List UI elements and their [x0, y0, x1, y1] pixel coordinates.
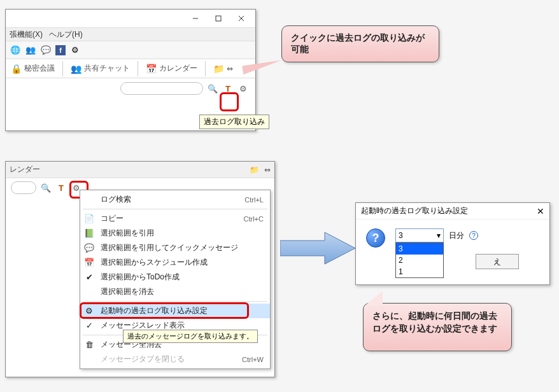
svg-rect-1: [216, 16, 221, 21]
share-icon: 👥: [71, 64, 81, 74]
dialog-titlebar: 起動時の過去ログ取り込み設定 ✕: [356, 203, 549, 220]
people-icon[interactable]: 👥: [25, 45, 36, 56]
toolbar-secret-meeting[interactable]: 🔒秘密会議: [6, 63, 60, 74]
window-contextmenu-sample: レンダー 📁 ⇔ 🔍 T ⚙ ログ検索Ctrl+L📄コピーCtrl+C📗選択範囲…: [5, 161, 275, 377]
close-button[interactable]: [230, 11, 253, 25]
svg-marker-4: [280, 232, 355, 264]
annotation-arrow: [280, 229, 357, 267]
folder-icon[interactable]: 📁: [250, 165, 259, 174]
search-input[interactable]: [11, 181, 36, 194]
minimize-button[interactable]: [184, 11, 207, 25]
menu-item-label: コピー: [101, 213, 239, 224]
close-icon[interactable]: ✕: [537, 206, 544, 216]
annotation-callout-1: クイックに過去ログの取り込みが可能: [281, 25, 439, 62]
titlebar: [6, 10, 255, 27]
info-icon[interactable]: ?: [469, 231, 478, 240]
settings-small-icon[interactable]: ⚙: [237, 83, 249, 94]
context-menu-item[interactable]: 選択範囲を消去: [80, 284, 270, 299]
menu-item-shortcut: Ctrl+W: [242, 356, 264, 363]
chat-icon[interactable]: 💬: [40, 45, 52, 56]
toolbar-label: レンダー: [10, 164, 40, 175]
import-log-icon[interactable]: T: [55, 182, 67, 193]
globe-icon[interactable]: 🌐: [10, 45, 21, 56]
menu-item-shortcut: Ctrl+L: [244, 196, 264, 204]
menu-extensions[interactable]: 張機能(X): [10, 29, 43, 39]
menu-item-label: 選択範囲を引用: [101, 228, 264, 239]
lock-icon: 🔒: [11, 64, 22, 74]
menubar: 張機能(X) ヘルプ(H): [6, 27, 255, 41]
tooltip-import-log: 過去ログ取り込み: [199, 115, 269, 129]
toolbar-more[interactable]: 📁⇔: [208, 64, 238, 74]
gear-icon[interactable]: ⚙: [69, 45, 81, 56]
menu-item-icon: ✔: [83, 272, 96, 282]
combo-option[interactable]: 2: [396, 255, 443, 266]
window-main: 張機能(X) ヘルプ(H) 🌐 👥 💬 f ⚙ 🔒秘密会議 👥共有チャット 📅カ…: [5, 9, 256, 131]
dialog-title: 起動時の過去ログ取り込み設定: [361, 206, 468, 216]
days-combobox[interactable]: 3 ▾ 321: [395, 228, 444, 242]
toolbar-label: カレンダー: [159, 63, 197, 74]
menu-item-label: 選択範囲からToDo作成: [101, 272, 264, 283]
combo-option[interactable]: 1: [396, 266, 443, 277]
chevron-down-icon: ▾: [437, 231, 441, 240]
menu-item-label: 選択範囲を引用してクイックメッセージ: [101, 242, 264, 253]
menu-item-icon: 🗑: [83, 340, 96, 349]
menu-item-shortcut: Ctrl+C: [244, 215, 264, 223]
calendar-icon: 📅: [146, 64, 157, 74]
menu-item-label: メッセージタブを閉じる: [101, 354, 237, 365]
search-row: 🔍 T ⚙: [6, 78, 255, 99]
context-menu-item[interactable]: 💬選択範囲を引用してクイックメッセージ: [80, 241, 270, 255]
facebook-icon[interactable]: f: [55, 45, 66, 55]
splitter-icon: ⇔: [227, 64, 233, 73]
context-menu-item[interactable]: 📅選択範囲からスケジュール作成: [80, 255, 270, 270]
menu-item-icon: 📅: [83, 258, 96, 267]
toolbar-calendar[interactable]: 📅カレンダー: [141, 63, 202, 74]
menu-item-icon: 💬: [83, 243, 96, 253]
menu-item-icon: ✓: [83, 321, 96, 330]
unit-label: 日分: [449, 230, 464, 241]
quick-icon-bar: 🌐 👥 💬 f ⚙: [6, 41, 255, 59]
menu-item-label: 選択範囲を消去: [101, 286, 264, 297]
menu-item-label: 選択範囲からスケジュール作成: [101, 257, 264, 268]
help-icon: ?: [366, 228, 385, 248]
context-menu-item: メッセージタブを閉じるCtrl+W: [80, 352, 270, 367]
splitter-icon: ⇔: [264, 165, 271, 174]
annotation-highlight: [220, 92, 239, 111]
combo-selected: 3: [399, 231, 403, 240]
annotation-highlight: [80, 302, 249, 319]
menu-item-icon: 📄: [83, 214, 96, 223]
ok-button[interactable]: え: [476, 254, 519, 269]
context-menu-item[interactable]: 📄コピーCtrl+C: [80, 211, 270, 226]
combo-dropdown[interactable]: 321: [395, 242, 444, 278]
toolbar-label: 秘密会議: [24, 63, 55, 74]
toolbar-label: 共有チャット: [84, 63, 130, 74]
search-icon[interactable]: 🔍: [40, 182, 52, 193]
search-input[interactable]: [120, 82, 203, 95]
context-menu-item[interactable]: 📗選択範囲を引用: [80, 226, 270, 241]
folder-icon: 📁: [213, 64, 224, 74]
tooltip-import-hint: 過去のメッセージログを取り込みます。: [123, 330, 258, 343]
annotation-callout-2: さらに、起動時に何日間の過去ログを取り込むか設定できます: [363, 303, 512, 351]
context-menu-item[interactable]: ログ検索Ctrl+L: [80, 192, 270, 207]
menu-help[interactable]: ヘルプ(H): [49, 29, 83, 39]
search-icon[interactable]: 🔍: [207, 83, 218, 94]
toolbar-shared-chat[interactable]: 👥共有チャット: [66, 63, 135, 74]
context-menu-item[interactable]: ✔選択範囲からToDo作成: [80, 270, 270, 284]
dialog-import-settings: 起動時の過去ログ取り込み設定 ✕ ? 3 ▾ 321 日分 ? え: [355, 202, 550, 285]
toolbar: 🔒秘密会議 👥共有チャット 📅カレンダー 📁⇔: [6, 59, 255, 78]
combo-option[interactable]: 3: [396, 243, 443, 255]
menu-item-icon: 📗: [83, 228, 96, 238]
menu-item-label: ログ検索: [101, 194, 239, 205]
maximize-button[interactable]: [207, 11, 230, 25]
toolbar-fragment: レンダー 📁 ⇔: [6, 162, 274, 178]
